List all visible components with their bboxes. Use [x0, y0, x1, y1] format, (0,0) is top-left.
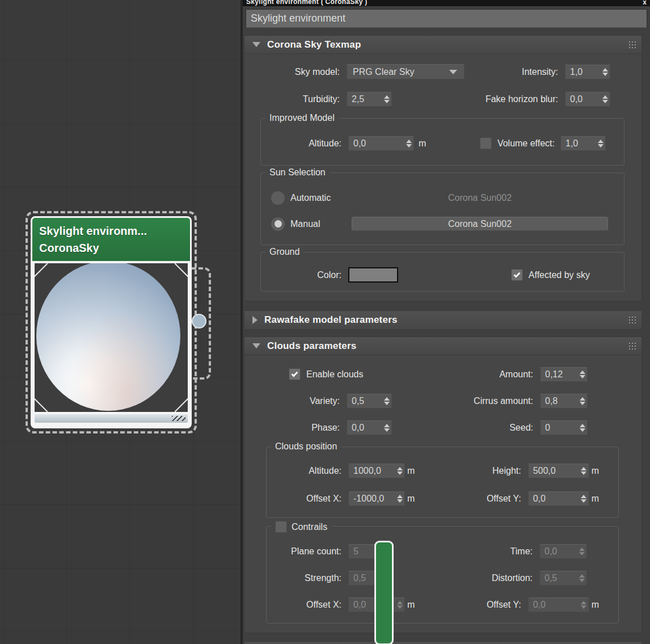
clouds-height-value[interactable]: 500,0 — [529, 466, 579, 476]
spinner-up-icon[interactable] — [384, 397, 390, 401]
automatic-radio[interactable] — [271, 191, 285, 205]
enable-clouds-checkbox[interactable] — [289, 368, 301, 380]
output-socket[interactable] — [192, 314, 206, 329]
phase-spinner[interactable]: 0,0 — [347, 420, 392, 435]
manual-radio[interactable] — [271, 217, 285, 231]
spinner-down-icon[interactable] — [579, 552, 585, 555]
spinner-up-icon[interactable] — [580, 424, 585, 427]
manual-sun-picker-button[interactable]: Corona Sun002 — [352, 217, 608, 231]
texmap-name-input[interactable] — [246, 9, 647, 28]
spinner-down-icon[interactable] — [397, 499, 403, 503]
clouds-offsety-value[interactable]: 0,0 — [529, 494, 579, 504]
spinner-down-icon[interactable] — [384, 402, 390, 405]
spinner-up-icon[interactable] — [581, 495, 586, 498]
seed-value[interactable]: 0 — [541, 423, 577, 433]
spinner-down-icon[interactable] — [384, 100, 390, 103]
spinner-up-icon[interactable] — [602, 68, 608, 71]
volume-effect-spinner[interactable]: 1,0 — [560, 136, 606, 151]
node-header[interactable]: Skylight environm... CoronaSky — [32, 218, 190, 261]
spinner-down-icon[interactable] — [580, 428, 585, 432]
clouds-altitude-value[interactable]: 1000,0 — [349, 466, 395, 476]
contrails-offsety-spinner[interactable]: 0,0 — [528, 597, 589, 612]
spinner-up-icon[interactable] — [580, 397, 585, 401]
rollout-header-clouds[interactable]: Clouds parameters — [244, 337, 641, 355]
turbidity-spinner[interactable]: 2,5 — [347, 92, 392, 107]
spinner-down-icon[interactable] — [406, 144, 412, 148]
altitude-unit: m — [419, 138, 426, 149]
spinner-up-icon[interactable] — [580, 371, 585, 374]
drag-handle-icon[interactable] — [629, 343, 636, 350]
sky-model-select[interactable]: PRG Clear Sky — [347, 64, 465, 79]
clouds-offsetx-value[interactable]: -1000,0 — [349, 494, 395, 504]
spinner-up-icon[interactable] — [397, 495, 403, 498]
cirrus-amount-spinner[interactable]: 0,8 — [540, 394, 588, 409]
contrails-offsety-value[interactable]: 0,0 — [529, 600, 579, 610]
affected-by-sky-checkbox[interactable] — [511, 269, 523, 281]
clouds-offsetx-spinner[interactable]: -1000,0 — [348, 491, 405, 506]
ground-color-swatch[interactable] — [348, 267, 398, 283]
variety-value[interactable]: 0,5 — [347, 396, 382, 406]
spinner-up-icon[interactable] — [598, 140, 603, 143]
spinner-down-icon[interactable] — [579, 579, 585, 582]
close-button[interactable]: x — [643, 0, 647, 6]
distortion-spinner[interactable]: 0,5 — [539, 571, 587, 586]
spinner-up-icon[interactable] — [579, 574, 585, 578]
time-spinner[interactable]: 0,0 — [539, 544, 587, 559]
spinner-up-icon[interactable] — [397, 467, 403, 470]
spinner-up-icon[interactable] — [384, 424, 390, 427]
amount-spinner[interactable]: 0,12 — [540, 367, 588, 382]
spinner-down-icon[interactable] — [384, 428, 390, 432]
rollout-header-rawafake[interactable]: Rawafake model parameters — [244, 311, 641, 329]
spinner-up-icon[interactable] — [581, 601, 586, 604]
spinner-up-icon[interactable] — [602, 95, 608, 99]
spinner-up-icon[interactable] — [581, 467, 586, 470]
drag-handle-icon[interactable] — [629, 41, 636, 48]
coronasky-node[interactable]: Skylight environm... CoronaSky — [31, 216, 192, 428]
clouds-height-spinner[interactable]: 500,0 — [528, 464, 589, 478]
altitude-value[interactable]: 0,0 — [349, 138, 404, 149]
amount-value[interactable]: 0,12 — [541, 369, 577, 380]
spinner-up-icon[interactable] — [397, 601, 403, 604]
drag-handle-icon[interactable] — [629, 317, 636, 323]
turbidity-value[interactable]: 2,5 — [347, 94, 382, 104]
panel-titlebar[interactable]: Skylight environment ( CoronaSky ) x — [243, 0, 650, 6]
volume-effect-value[interactable]: 1,0 — [561, 138, 596, 149]
spinner-up-icon[interactable] — [579, 548, 585, 551]
spinner-down-icon[interactable] — [580, 375, 585, 378]
node-canvas[interactable]: Skylight environm... CoronaSky — [0, 0, 240, 644]
cirrus-amount-value[interactable]: 0,8 — [541, 396, 577, 406]
spinner-down-icon[interactable] — [602, 100, 608, 103]
spinner-down-icon[interactable] — [580, 402, 585, 405]
contrails-checkbox[interactable] — [275, 521, 287, 533]
altitude-spinner[interactable]: 0,0 — [348, 136, 414, 151]
spinner-down-icon[interactable] — [598, 144, 603, 148]
fake-horizon-blur-spinner[interactable]: 0,0 — [565, 92, 610, 107]
check-icon — [513, 271, 520, 277]
node-output-tab[interactable] — [374, 541, 394, 644]
spinner-down-icon[interactable] — [397, 472, 403, 475]
time-value[interactable]: 0,0 — [540, 546, 577, 557]
rollout-header-corona-sky[interactable]: Corona Sky Texmap — [244, 36, 641, 54]
node-preview[interactable] — [35, 263, 188, 412]
clouds-altitude-spinner[interactable]: 1000,0 — [348, 464, 405, 478]
intensity-value[interactable]: 1,0 — [565, 67, 600, 77]
resize-grip-icon[interactable] — [172, 416, 185, 421]
spinner-down-icon[interactable] — [581, 605, 586, 609]
rollout-clouds-parameters: Clouds parameters Enable clouds Amount: … — [244, 336, 642, 633]
seed-spinner[interactable]: 0 — [540, 420, 588, 435]
spinner-up-icon[interactable] — [384, 95, 390, 99]
clouds-offset-row: Offset X: -1000,0 m Offset Y: 0,0 m — [273, 491, 611, 506]
volume-effect-checkbox[interactable] — [480, 137, 492, 149]
variety-spinner[interactable]: 0,5 — [347, 394, 392, 409]
corner-mark-icon — [175, 263, 188, 278]
clouds-offsety-spinner[interactable]: 0,0 — [528, 491, 589, 506]
spinner-down-icon[interactable] — [581, 472, 586, 475]
spinner-up-icon[interactable] — [406, 140, 412, 143]
distortion-value[interactable]: 0,5 — [540, 573, 577, 583]
spinner-down-icon[interactable] — [602, 73, 608, 76]
spinner-down-icon[interactable] — [397, 605, 403, 609]
intensity-spinner[interactable]: 1,0 — [565, 65, 610, 79]
fake-horizon-blur-value[interactable]: 0,0 — [565, 94, 600, 104]
phase-value[interactable]: 0,0 — [347, 423, 382, 433]
spinner-down-icon[interactable] — [581, 499, 586, 503]
